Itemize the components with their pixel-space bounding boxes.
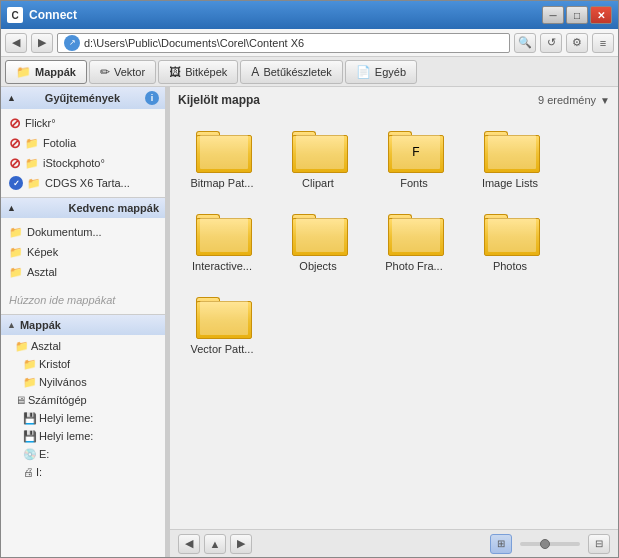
bottom-nav: ◀ ▲ ▶	[178, 534, 252, 554]
collections-info-icon[interactable]: i	[145, 91, 159, 105]
vektor-icon: ✏	[100, 65, 110, 79]
item-label: CDGS X6 Tarta...	[45, 177, 130, 189]
folder-icon-large	[480, 206, 540, 256]
file-item[interactable]: Bitmap Pat...	[178, 119, 266, 194]
tab-betukeszletek-label: Betűkészletek	[263, 66, 331, 78]
zoom-slider[interactable]	[520, 542, 580, 546]
tab-bitkepek[interactable]: 🖼 Bitképek	[158, 60, 238, 84]
dropdown-arrow-icon[interactable]: ▼	[600, 95, 610, 106]
folder-icon-large	[192, 123, 252, 173]
favorites-items: 📁 Dokumentum... 📁 Képek 📁 Asztal	[1, 218, 165, 286]
view-list-button[interactable]: ⊟	[588, 534, 610, 554]
list-item[interactable]: 📁 Dokumentum...	[1, 222, 165, 242]
folder-icon: 📁	[9, 266, 23, 279]
bottom-bar: ◀ ▲ ▶ ⊞ ⊟	[170, 529, 618, 557]
minimize-button[interactable]: ─	[542, 6, 564, 24]
nav-forward-button[interactable]: ▶	[230, 534, 252, 554]
file-item[interactable]: Vector Patt...	[178, 285, 266, 360]
more-button[interactable]: ≡	[592, 33, 614, 53]
close-button[interactable]: ✕	[590, 6, 612, 24]
bitkepek-icon: 🖼	[169, 65, 181, 79]
item-label: Képek	[27, 246, 58, 258]
tree-item[interactable]: 🖨 I:	[1, 463, 165, 481]
tab-betukeszletek[interactable]: A Betűkészletek	[240, 60, 343, 84]
tree-item[interactable]: 💾 Helyi leme:	[1, 427, 165, 445]
folders-header[interactable]: ▲ Mappák	[1, 315, 165, 335]
checkbox-checked-icon: ✓	[9, 176, 23, 190]
file-item[interactable]: FFonts	[370, 119, 458, 194]
tree-item-label: Asztal	[31, 340, 61, 352]
file-item[interactable]: Photo Fra...	[370, 202, 458, 277]
file-label: Interactive...	[192, 260, 252, 273]
favorites-header[interactable]: ▲ Kedvenc mappák	[1, 198, 165, 218]
address-icon: ↗	[64, 35, 80, 51]
item-label: Dokumentum...	[27, 226, 102, 238]
folder-icon: 📁	[15, 340, 29, 353]
address-text: d:\Users\Public\Documents\Corel\Content …	[84, 37, 304, 49]
forward-button[interactable]: ▶	[31, 33, 53, 53]
folder-icon: 📁	[9, 246, 23, 259]
tree-item[interactable]: 💾 Helyi leme:	[1, 409, 165, 427]
file-item[interactable]: Image Lists	[466, 119, 554, 194]
file-label: Clipart	[302, 177, 334, 190]
left-panel: ▲ Gyűjtemények i ⊘ Flickr° ⊘ 📁 Fotolia	[1, 87, 166, 557]
item-label: Flickr°	[25, 117, 56, 129]
file-label: Image Lists	[482, 177, 538, 190]
tree-item-label: Helyi leme:	[39, 412, 93, 424]
tree-item-label: Helyi leme:	[39, 430, 93, 442]
results-text: 9 eredmény	[538, 94, 596, 106]
folder-icon-large	[192, 289, 252, 339]
tab-bitkepek-label: Bitképek	[185, 66, 227, 78]
back-button[interactable]: ◀	[5, 33, 27, 53]
list-item[interactable]: ⊘ Flickr°	[1, 113, 165, 133]
right-panel: Kijelölt mappa 9 eredmény ▼ Bitmap Pat..…	[170, 87, 618, 557]
maximize-button[interactable]: □	[566, 6, 588, 24]
settings-button[interactable]: ⚙	[566, 33, 588, 53]
tree-item-label: E:	[39, 448, 49, 460]
folder-icon-large: F	[384, 123, 444, 173]
toolbar: 📁 Mappák ✏ Vektor 🖼 Bitképek A Betűkészl…	[1, 57, 618, 87]
nav-up-button[interactable]: ▲	[204, 534, 226, 554]
folder-icon: 📁	[25, 157, 39, 170]
file-label: Vector Patt...	[191, 343, 254, 356]
folders-triangle: ▲	[7, 320, 16, 330]
window-controls: ─ □ ✕	[542, 6, 612, 24]
file-item[interactable]: Clipart	[274, 119, 362, 194]
list-item[interactable]: ⊘ 📁 iStockphoto°	[1, 153, 165, 173]
tab-vektor[interactable]: ✏ Vektor	[89, 60, 156, 84]
app-icon: C	[7, 7, 23, 23]
refresh-button[interactable]: ↺	[540, 33, 562, 53]
file-item[interactable]: Objects	[274, 202, 362, 277]
search-button[interactable]: 🔍	[514, 33, 536, 53]
right-header: Kijelölt mappa 9 eredmény ▼	[170, 87, 618, 111]
stop-icon: ⊘	[9, 135, 21, 151]
file-grid: Bitmap Pat...ClipartFFontsImage ListsInt…	[170, 111, 618, 529]
list-item[interactable]: 📁 Képek	[1, 242, 165, 262]
tree-item[interactable]: 📁 Asztal	[1, 337, 165, 355]
tree-item[interactable]: 📁 Kristof	[1, 355, 165, 373]
folder-icon-large	[384, 206, 444, 256]
file-item[interactable]: Interactive...	[178, 202, 266, 277]
nav-back-button[interactable]: ◀	[178, 534, 200, 554]
list-item[interactable]: ✓ 📁 CDGS X6 Tarta...	[1, 173, 165, 193]
list-item[interactable]: ⊘ 📁 Fotolia	[1, 133, 165, 153]
address-bar[interactable]: ↗ d:\Users\Public\Documents\Corel\Conten…	[57, 33, 510, 53]
tab-mappak[interactable]: 📁 Mappák	[5, 60, 87, 84]
tab-egyeb[interactable]: 📄 Egyéb	[345, 60, 417, 84]
list-item[interactable]: 📁 Asztal	[1, 262, 165, 282]
collections-header[interactable]: ▲ Gyűjtemények i	[1, 87, 165, 109]
file-item[interactable]: Photos	[466, 202, 554, 277]
collections-triangle: ▲	[7, 93, 16, 103]
tree-item[interactable]: 💿 E:	[1, 445, 165, 463]
folders-title: Mappák	[20, 319, 61, 331]
mappak-icon: 📁	[16, 65, 31, 79]
folder-icon: 📁	[27, 177, 41, 190]
egyeb-icon: 📄	[356, 65, 371, 79]
tree-items: 📁 Asztal 📁 Kristof 📁 Nyilvános	[1, 335, 165, 483]
file-label: Fonts	[400, 177, 428, 190]
item-label: Fotolia	[43, 137, 76, 149]
folder-icon-large	[480, 123, 540, 173]
tree-item[interactable]: 🖥 Számítógép	[1, 391, 165, 409]
view-grid-button[interactable]: ⊞	[490, 534, 512, 554]
tree-item[interactable]: 📁 Nyilvános	[1, 373, 165, 391]
